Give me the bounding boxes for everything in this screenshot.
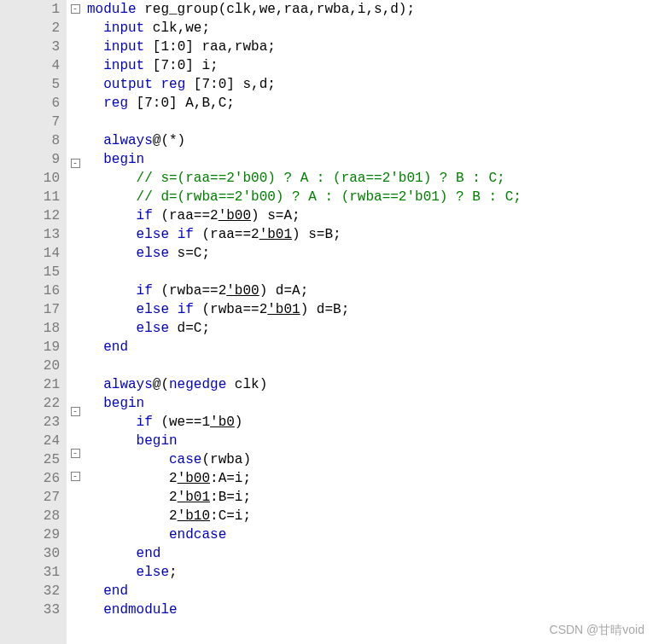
code-line[interactable]: // s=(raa==2'b00) ? A : (raa==2'b01) ? B… (87, 169, 653, 188)
fold-slot (67, 309, 84, 328)
code-line[interactable]: endmodule (87, 600, 653, 619)
code-line[interactable]: always@(*) (87, 131, 653, 150)
code-token: ) d=A; (259, 283, 309, 299)
code-token: reg_group(clk,we,raa,rwba,i,s,d); (137, 2, 415, 17)
code-line[interactable]: else s=C; (87, 244, 653, 263)
line-number: 3 (0, 38, 60, 56)
code-token: begin (137, 433, 178, 449)
line-number: 19 (0, 338, 60, 357)
code-line[interactable]: module reg_group(clk,we,raa,rwba,i,s,d); (87, 0, 653, 19)
line-number: 23 (0, 413, 60, 432)
code-token: input (103, 39, 144, 55)
fold-slot (67, 584, 84, 603)
code-line[interactable]: input [7:0] i; (87, 56, 653, 75)
code-line[interactable]: end (87, 582, 653, 600)
code-token: :B=i; (210, 490, 251, 505)
fold-toggle-icon[interactable]: - (71, 407, 80, 416)
code-line[interactable]: 2'b00:A=i; (87, 469, 653, 488)
fold-toggle-icon[interactable]: - (71, 472, 80, 481)
code-token: negedge (169, 377, 226, 392)
fold-slot (67, 117, 84, 136)
code-token (87, 546, 137, 561)
code-line[interactable]: begin (87, 432, 653, 450)
fold-toggle-icon[interactable]: - (71, 449, 80, 458)
code-token: input (103, 58, 144, 73)
code-line[interactable]: input clk,we; (87, 19, 653, 38)
code-token: d=C; (169, 321, 210, 336)
code-token: else (137, 227, 169, 242)
code-token: ; (169, 565, 178, 580)
code-token: ) s=B; (292, 227, 341, 242)
line-number: 18 (0, 319, 60, 338)
code-line[interactable]: if (raa==2'b00) s=A; (87, 206, 653, 225)
code-token: 'b01 (178, 490, 210, 505)
code-token: always (103, 133, 153, 148)
code-line[interactable]: // d=(rwba==2'b00) ? A : (rwba==2'b01) ?… (87, 188, 653, 206)
line-number: 4 (0, 56, 60, 75)
code-line[interactable]: input [1:0] raa,rwba; (87, 38, 653, 56)
code-line[interactable]: endcase (87, 525, 653, 544)
fold-slot: - (67, 407, 84, 426)
code-token (87, 171, 137, 186)
code-token: (rwba) (201, 452, 251, 467)
code-token: ) s=A; (251, 208, 300, 223)
code-token: else (137, 246, 169, 261)
code-line[interactable]: output reg [7:0] s,d; (87, 75, 653, 94)
code-token: clk,we; (144, 20, 210, 36)
watermark-text: CSDN @甘晴void (550, 620, 644, 639)
fold-slot (67, 384, 84, 403)
fold-slot (67, 426, 84, 444)
fold-slot: - (67, 4, 84, 23)
code-token: :C=i; (210, 508, 251, 524)
code-token (87, 377, 103, 392)
code-line[interactable]: end (87, 544, 653, 563)
code-token (87, 396, 103, 411)
code-token (87, 527, 169, 542)
code-line[interactable]: begin (87, 394, 653, 413)
code-token: 'b00 (219, 208, 251, 223)
code-line[interactable]: reg [7:0] A,B,C; (87, 94, 653, 113)
code-token: [1:0] raa,rwba; (144, 39, 276, 55)
code-token: // d=(rwba==2'b00) ? A : (rwba==2'b01) ?… (137, 189, 522, 205)
code-line[interactable]: 2'b10:C=i; (87, 507, 653, 525)
fold-slot (67, 328, 84, 346)
code-line[interactable]: 2'b01:B=i; (87, 488, 653, 507)
code-token: if (178, 302, 194, 317)
line-number: 6 (0, 94, 60, 113)
code-token: case (169, 452, 201, 467)
line-number: 25 (0, 450, 60, 469)
code-token (87, 246, 137, 261)
code-line[interactable]: always@(negedge clk) (87, 375, 653, 394)
code-token: 2 (87, 508, 178, 524)
code-token: 'b01 (267, 302, 300, 317)
code-token: input (103, 20, 144, 36)
code-token: clk) (226, 377, 267, 392)
fold-toggle-icon[interactable]: - (71, 4, 80, 14)
code-line[interactable]: else if (raa==2'b01) s=B; (87, 225, 653, 244)
code-area[interactable]: module reg_group(clk,we,raa,rwba,i,s,d);… (84, 0, 653, 644)
code-line[interactable]: begin (87, 150, 653, 169)
code-token: // s=(raa==2'b00) ? A : (raa==2'b01) ? B… (137, 171, 505, 186)
fold-slot (67, 23, 84, 42)
code-token (87, 227, 137, 242)
code-line[interactable]: if (rwba==2'b00) d=A; (87, 281, 653, 300)
line-number: 5 (0, 75, 60, 94)
code-token: end (103, 339, 128, 355)
code-token: s=C; (169, 246, 210, 261)
code-line[interactable]: else d=C; (87, 319, 653, 338)
code-token: (rwba==2 (194, 302, 267, 317)
code-line[interactable] (87, 263, 653, 281)
fold-toggle-icon[interactable]: - (71, 159, 80, 168)
code-token: ) d=B; (300, 302, 350, 317)
code-line[interactable] (87, 113, 653, 131)
code-line[interactable]: case(rwba) (87, 450, 653, 469)
code-token (87, 283, 137, 299)
code-token: (raa==2 (153, 208, 219, 223)
code-line[interactable]: if (we==1'b0) (87, 413, 653, 432)
code-line[interactable]: else if (rwba==2'b01) d=B; (87, 300, 653, 319)
code-token (87, 452, 169, 467)
code-line[interactable]: else; (87, 563, 653, 582)
code-token: 'b0 (210, 415, 235, 430)
code-line[interactable]: end (87, 338, 653, 357)
code-line[interactable] (87, 357, 653, 375)
